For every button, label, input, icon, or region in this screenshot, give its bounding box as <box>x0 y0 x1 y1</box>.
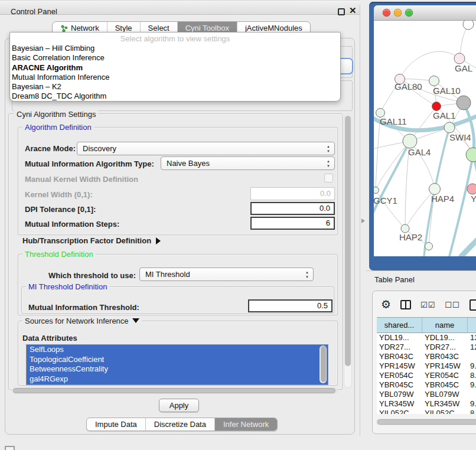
close-panel-icon[interactable]: ✕ <box>349 5 357 16</box>
node-hap2[interactable] <box>401 224 409 233</box>
aracne-mode-label: Aracne Mode: <box>25 144 76 153</box>
aracne-mode-combo[interactable]: Discovery ▲▼ <box>77 142 335 155</box>
kernel-width-label: Kernel Width (0,1): <box>25 190 93 199</box>
select-all-checkboxes-icon[interactable]: ☑☑ <box>420 301 435 309</box>
node[interactable] <box>374 187 379 194</box>
data-attributes-list[interactable]: SelfLoops TopologicalCoefficient Between… <box>26 344 328 385</box>
settings-horizontal-scrollbar-thumb[interactable] <box>13 388 335 393</box>
gear-icon[interactable]: ⚙ <box>381 296 391 314</box>
table-horizontal-scrollbar-thumb[interactable] <box>377 419 476 425</box>
algorithm-option[interactable]: Basic Correlation Inference <box>10 53 340 63</box>
algorithm-option[interactable]: Bayesian – K2 <box>10 82 340 92</box>
algorithm-dropdown-hint: Select algorithm to view settings <box>10 32 340 44</box>
table-header-row: shared... name <box>377 317 476 333</box>
table-row[interactable]: YDR27... YDR27... 12 <box>377 343 476 352</box>
node-gal4[interactable] <box>403 134 417 148</box>
tab-impute-data[interactable]: Impute Data <box>87 418 145 431</box>
node-label-hap2: HAP2 <box>399 232 422 242</box>
node-table: shared... name YDL19... YDL19... 13 YDR2… <box>377 317 476 414</box>
list-item[interactable]: TopologicalCoefficient <box>27 355 328 365</box>
table-row[interactable]: YBR045C YBR045C 9. <box>377 380 476 390</box>
mi-steps-label: Mutual Information Steps: <box>25 220 119 229</box>
tab-infer-network[interactable]: Infer Network <box>214 418 277 431</box>
table-row[interactable]: YBR043C YBR043C <box>377 352 476 361</box>
combo-arrows-icon: ▲▼ <box>305 270 309 279</box>
manual-kernel-width-label: Manual Kernel Width Definition <box>25 175 138 184</box>
node-gal1[interactable] <box>432 102 441 111</box>
cyni-algorithm-settings-title: Cyni Algorithm Settings <box>14 110 98 119</box>
node-label-gal80: GAL80 <box>395 81 422 92</box>
dpi-tolerance-label: DPI Tolerance [0,1]: <box>25 205 96 214</box>
node-label-gal11: GAL11 <box>380 116 407 126</box>
column-header-name[interactable]: name <box>422 318 468 332</box>
which-threshold-combo[interactable]: MI Threshold ▲▼ <box>139 268 314 281</box>
data-attributes-label: Data Attributes <box>22 334 77 343</box>
mi-steps-field[interactable]: 6 <box>250 217 335 230</box>
node-label-gal10: GAL10 <box>433 86 461 96</box>
apply-button[interactable]: Apply <box>159 399 199 412</box>
kernel-width-field[interactable]: 0.0 <box>250 187 335 200</box>
algorithm-option-selected[interactable]: ARACNE Algorithm <box>10 63 340 73</box>
column-header-shared-name[interactable]: shared... <box>377 318 422 332</box>
network-icon <box>60 25 68 32</box>
control-panel-title: Control Panel <box>11 7 57 16</box>
threshold-definition-title: Threshold Definition <box>22 250 96 259</box>
network-window-titlebar[interactable] <box>374 5 476 21</box>
list-item[interactable]: BetweennessCentrality <box>27 364 328 374</box>
node-label-gcy1: GCY1 <box>374 195 397 206</box>
split-columns-icon[interactable] <box>400 300 411 309</box>
node-gray[interactable] <box>457 96 471 110</box>
table-panel: ⚙ ☑☑ ☐☐ shared... name YDL19... YDL19...… <box>372 291 476 434</box>
tab-discretize-data[interactable]: Discretize Data <box>145 418 214 431</box>
dpi-tolerance-field[interactable]: 0.0 <box>250 202 335 215</box>
algorithm-option[interactable]: Dream8 DC_TDC Algorithm <box>10 92 340 101</box>
combo-arrows-icon: ▲▼ <box>327 159 330 168</box>
mi-algorithm-type-combo[interactable]: Naive Bayes ▲▼ <box>161 156 335 170</box>
network-canvas[interactable]: GAL GAL80 GAL10 GAL1 GAL11 SWI4 GAL4 HAP… <box>374 21 476 256</box>
list-item[interactable]: gal4RGexp <box>27 374 328 384</box>
table-panel-title: Table Panel <box>374 275 415 284</box>
mi-algorithm-type-label: Mutual Information Algorithm Type: <box>25 159 154 168</box>
node-label-swi4: SWI4 <box>449 132 471 142</box>
mi-threshold-label: Mutual Information Threshold: <box>28 303 139 312</box>
node-label-gal4: GAL4 <box>408 147 431 157</box>
table-row[interactable]: YDL19... YDL19... 13 <box>377 333 476 343</box>
node-gal[interactable] <box>454 53 465 64</box>
algorithm-option[interactable]: Bayesian – Hill Climbing <box>10 44 340 53</box>
splitter-collapse-arrow-icon[interactable] <box>361 219 365 223</box>
algorithm-option[interactable]: Mutual Information Inference <box>10 73 340 82</box>
list-scrollbar-thumb[interactable] <box>321 346 326 382</box>
table-row[interactable]: YER054C YER054C 8. <box>377 371 476 380</box>
node-hap4[interactable] <box>429 184 441 195</box>
node-green[interactable] <box>466 148 476 162</box>
expander-right-arrow-icon <box>156 237 161 244</box>
node-y[interactable] <box>467 184 476 194</box>
table-row[interactable]: YPR145W YPR145W 9. <box>377 361 476 371</box>
table-row-clipped[interactable]: YIL052C YIL052C 8 <box>377 409 476 414</box>
sources-title[interactable]: Sources for Network Inference <box>22 317 142 325</box>
cyni-bottom-tabbar: Impute Data Discretize Data Infer Networ… <box>86 418 278 431</box>
node[interactable] <box>425 243 433 250</box>
table-row[interactable]: YBL079W YBL079W <box>377 390 476 399</box>
close-window-icon[interactable] <box>383 9 390 17</box>
node-gal10[interactable] <box>429 76 439 86</box>
column-header-clipped[interactable] <box>468 318 476 332</box>
algorithm-dropdown-popup: Select algorithm to view settings Bayesi… <box>9 32 341 102</box>
settings-vertical-scrollbar-thumb[interactable] <box>345 116 351 366</box>
zoom-window-icon[interactable] <box>405 9 413 17</box>
node-swi4[interactable] <box>444 122 455 133</box>
float-window-icon[interactable] <box>338 8 345 15</box>
deselect-all-checkboxes-icon[interactable]: ☐☐ <box>445 301 459 309</box>
table-row[interactable]: YLR345W YLR345W 9. <box>377 399 476 409</box>
minimized-panel-chip[interactable] <box>5 446 15 450</box>
horizontal-divider <box>366 270 476 271</box>
manual-kernel-width-checkbox[interactable] <box>324 174 333 182</box>
document-icon[interactable] <box>470 299 476 311</box>
node-label-gal: GAL <box>455 63 472 73</box>
node[interactable] <box>463 21 474 30</box>
hub-definition-expander[interactable]: Hub/Transcription Factor Definition <box>22 236 161 245</box>
expander-down-arrow-icon <box>132 318 139 323</box>
mi-threshold-field[interactable]: 0.5 <box>248 299 332 312</box>
list-item[interactable]: SelfLoops <box>27 345 328 355</box>
minimize-window-icon[interactable] <box>394 9 402 17</box>
